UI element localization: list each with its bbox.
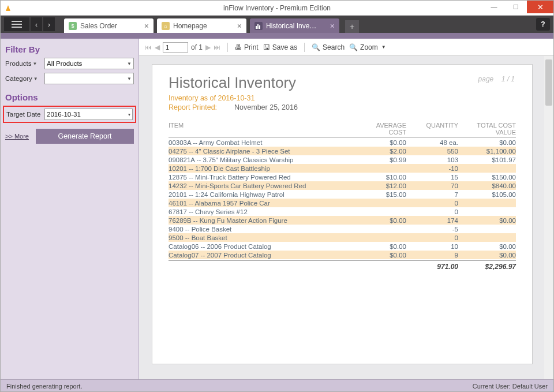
histogram-icon (254, 22, 263, 30)
new-tab-button[interactable]: + (345, 20, 359, 33)
tab-homepage[interactable]: ⌂ Homepage × (157, 18, 246, 33)
generate-report-button[interactable]: Generate Report (36, 129, 134, 144)
first-page-icon[interactable]: ⏮ (145, 43, 152, 51)
status-bar: Finished generating report. Current User… (1, 379, 553, 392)
titlebar: inFlow Inventory - Premium Edition — ☐ ✕ (1, 1, 553, 16)
chevron-down-icon: ▼ (381, 44, 386, 50)
cell-avg (354, 165, 406, 172)
targetdate-input[interactable]: 2016-10-31 ▾ (44, 109, 133, 120)
options-heading: Options (5, 92, 134, 102)
cell-item: 9400 -- Police Basket (169, 226, 354, 233)
col-qty: QUANTITY (406, 122, 458, 136)
products-row: Products▼ All Products ▼ (5, 58, 134, 69)
cell-qty: 103 (406, 156, 458, 163)
prev-page-icon[interactable]: ◀ (155, 43, 160, 51)
nav-back-button[interactable]: ‹ (31, 17, 42, 31)
chevron-down-icon: ▼ (127, 76, 132, 81)
cell-avg: $12.00 (354, 182, 406, 189)
main-content: Filter By Products▼ All Products ▼ Categ… (1, 39, 553, 379)
close-button[interactable]: ✕ (527, 1, 553, 13)
cell-avg (354, 200, 406, 207)
cell-qty: 550 (406, 148, 458, 155)
chevron-down-icon[interactable]: ▼ (32, 61, 37, 66)
more-link[interactable]: >> More (5, 133, 29, 140)
menu-button[interactable] (4, 17, 29, 31)
sales-order-icon: $ (69, 22, 77, 30)
col-tot: TOTAL COSTVALUE (458, 122, 516, 136)
next-page-icon[interactable]: ▶ (205, 43, 211, 51)
cell-qty: 10 (406, 243, 458, 250)
cell-qty: 174 (406, 217, 458, 224)
cell-avg: $0.00 (354, 217, 406, 224)
table-row: 46101 -- Alabama 1957 Police Car0 (169, 199, 516, 207)
report-viewport[interactable]: page 1 / 1 Historical Inventory Inventor… (139, 56, 553, 379)
cell-item: 12875 -- Mini-Truck Battery Powered Red (169, 174, 354, 181)
page-indicator: page 1 / 1 (478, 75, 515, 83)
cell-tot: $840.00 (458, 182, 516, 189)
svg-rect-6 (259, 25, 260, 29)
cell-qty: 0 (406, 208, 458, 215)
category-combo[interactable]: ▼ (44, 73, 134, 84)
cell-qty: -10 (406, 165, 458, 172)
cell-tot: $105.00 (458, 191, 516, 198)
cell-qty: -5 (406, 226, 458, 233)
table-row: 12875 -- Mini-Truck Battery Powered Red$… (169, 173, 516, 181)
cell-avg: $15.00 (354, 191, 406, 198)
scrollbar-thumb[interactable] (545, 59, 552, 106)
search-button[interactable]: 🔍Search (312, 43, 345, 51)
cell-avg: $0.00 (354, 139, 406, 146)
printed-value: November 25, 2016 (234, 103, 298, 111)
tab-label: Homepage (173, 22, 234, 30)
window-controls: — ☐ ✕ (483, 1, 553, 13)
close-icon[interactable]: × (144, 21, 149, 31)
cell-item: 20101 -- 1:24 California Highway Patrol (169, 191, 354, 198)
cell-tot (458, 208, 516, 215)
cell-qty: 70 (406, 182, 458, 189)
table-row: 090821A -- 3.75" Military Classics Warsh… (169, 155, 516, 164)
zoom-button[interactable]: 🔍Zoom ▼ (349, 43, 386, 51)
page-number-input[interactable] (163, 42, 188, 53)
report-page: page 1 / 1 Historical Inventory Inventor… (152, 64, 533, 364)
separator (227, 43, 228, 52)
print-button[interactable]: 🖶Print (235, 43, 259, 51)
saveas-button[interactable]: 🖫Save as (263, 43, 297, 51)
targetdate-value: 2016-10-31 (47, 111, 81, 118)
category-label: Category▼ (5, 75, 42, 82)
cell-avg (354, 234, 406, 241)
targetdate-highlight: Target Date 2016-10-31 ▾ (3, 106, 136, 123)
tabstrip: ‹ › $ Sales Order × ⌂ Homepage × Histori… (1, 16, 553, 33)
report-asof: Inventory as of 2016-10-31 (169, 94, 516, 102)
scrollbar[interactable] (544, 56, 553, 379)
close-icon[interactable]: × (237, 21, 242, 31)
search-icon: 🔍 (312, 43, 320, 51)
homepage-icon: ⌂ (162, 22, 170, 30)
minimize-button[interactable]: — (483, 1, 505, 13)
tab-sales-order[interactable]: $ Sales Order × (64, 18, 154, 33)
help-button[interactable]: ? (536, 18, 550, 31)
tabs: $ Sales Order × ⌂ Homepage × Historical … (64, 16, 359, 33)
cell-avg: $2.00 (354, 148, 406, 155)
cell-qty: 15 (406, 174, 458, 181)
products-combo[interactable]: All Products ▼ (44, 58, 134, 69)
tab-historical-inventory[interactable]: Historical Inve… × (250, 18, 339, 33)
cell-item: 04275 -- 4" Classic Airplane - 3 Piece S… (169, 148, 354, 155)
close-icon[interactable]: × (330, 21, 335, 31)
print-icon: 🖶 (235, 43, 242, 51)
chevron-down-icon[interactable]: ▼ (33, 76, 38, 81)
tab-label: Sales Order (80, 22, 141, 30)
table-header: ITEM AVERAGECOST QUANTITY TOTAL COSTVALU… (169, 122, 516, 138)
cell-tot (458, 234, 516, 241)
cell-tot (458, 200, 516, 207)
cell-avg: $0.00 (354, 243, 406, 250)
cell-avg (354, 208, 406, 215)
report-printed-line: Report Printed: November 25, 2016 (169, 103, 516, 111)
maximize-button[interactable]: ☐ (505, 1, 527, 13)
svg-rect-5 (257, 24, 259, 29)
cell-item: Catalog06 -- 2006 Product Catalog (169, 243, 354, 250)
nav-forward-button[interactable]: › (43, 17, 55, 31)
cell-avg: $0.99 (354, 156, 406, 163)
page-nav: ⏮ ◀ of 1 ▶ ⏭ (145, 42, 220, 53)
last-page-icon[interactable]: ⏭ (214, 43, 220, 51)
cell-tot: $0.00 (458, 217, 516, 224)
table-row: 9400 -- Police Basket-5 (169, 225, 516, 233)
